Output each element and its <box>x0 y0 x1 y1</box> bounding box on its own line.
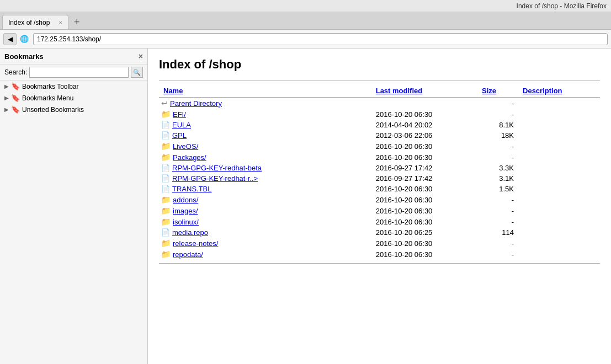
file-description-cell <box>518 227 600 238</box>
table-row: 📁 repodata/ 2016-10-20 06:30 - <box>159 249 600 260</box>
file-name-cell: 📁 LiveOS/ <box>159 141 371 152</box>
file-table: Name Last modified Size Description ↩ <box>159 84 600 260</box>
file-description-cell <box>518 173 600 184</box>
file-link[interactable]: release-notes/ <box>173 239 218 248</box>
table-row: ↩ Parent Directory - <box>159 98 600 109</box>
back-button[interactable]: ◀ <box>3 33 17 45</box>
file-icon-wrap: 📁 EFI/ <box>161 110 186 119</box>
file-size-cell: - <box>477 152 518 163</box>
table-row: 📁 images/ 2016-10-20 06:30 - <box>159 205 600 216</box>
file-name-cell: 📄 media.repo <box>159 227 371 238</box>
file-link[interactable]: media.repo <box>172 228 208 237</box>
table-row: 📄 TRANS.TBL 2016-10-20 06:30 1.5K <box>159 184 600 194</box>
active-tab[interactable]: Index of /shop × <box>2 15 68 29</box>
file-size-cell: 1.5K <box>477 184 518 194</box>
parent-dir-icon: ↩ <box>161 99 168 108</box>
file-name-cell: ↩ Parent Directory <box>159 98 371 109</box>
bookmark-menu-icon: 🔖 <box>11 94 20 102</box>
table-row: 📁 EFI/ 2016-10-20 06:30 - <box>159 109 600 120</box>
file-name-cell: 📁 EFI/ <box>159 109 371 120</box>
file-icon: 📄 <box>161 228 170 237</box>
file-description-cell <box>518 141 600 152</box>
file-link[interactable]: EFI/ <box>173 110 186 119</box>
main-layout: Bookmarks × Search: 🔍 ▶ 🔖 Bookmarks Tool… <box>0 49 611 364</box>
sidebar-search-input[interactable] <box>29 67 129 78</box>
file-modified-cell: 2016-10-20 06:30 <box>371 216 477 227</box>
folder-icon: 📁 <box>161 217 171 226</box>
addressbar: ◀ 🌐 <box>0 30 611 49</box>
sort-by-name-link[interactable]: Name <box>163 87 183 95</box>
sidebar-item-unsorted-bookmarks[interactable]: ▶ 🔖 Unsorted Bookmarks <box>0 104 147 115</box>
file-modified-cell: 2016-10-20 06:30 <box>371 194 477 205</box>
file-name-cell: 📄 GPL <box>159 130 371 141</box>
new-tab-button[interactable]: + <box>71 15 83 29</box>
sidebar-search-button[interactable]: 🔍 <box>131 67 143 78</box>
file-link[interactable]: isolinux/ <box>173 218 199 226</box>
sidebar-header: Bookmarks × <box>0 49 147 65</box>
bookmark-unsorted-icon: 🔖 <box>11 105 20 114</box>
file-description-cell <box>518 109 600 120</box>
col-header-modified: Last modified <box>371 84 477 98</box>
file-modified-cell <box>371 98 477 109</box>
file-icon-wrap: ↩ Parent Directory <box>161 99 222 108</box>
file-description-cell <box>518 205 600 216</box>
file-icon: 📄 <box>161 174 170 183</box>
folder-icon: 📁 <box>161 206 171 215</box>
file-modified-cell: 2012-03-06 22:06 <box>371 130 477 141</box>
file-icon-wrap: 📁 LiveOS/ <box>161 142 198 151</box>
file-size-cell: 3.1K <box>477 173 518 184</box>
expand-arrow-icon: ▶ <box>4 106 9 113</box>
file-link[interactable]: TRANS.TBL <box>172 185 212 193</box>
file-link[interactable]: images/ <box>173 207 198 215</box>
file-link[interactable]: Parent Directory <box>170 99 222 108</box>
file-name-cell: 📁 repodata/ <box>159 249 371 260</box>
table-row: 📄 GPL 2012-03-06 22:06 18K <box>159 130 600 141</box>
file-link[interactable]: LiveOS/ <box>173 142 198 151</box>
folder-icon: 📁 <box>161 153 171 162</box>
file-modified-cell: 2016-10-20 06:30 <box>371 141 477 152</box>
bookmark-toolbar-icon: 🔖 <box>11 82 20 90</box>
file-link[interactable]: RPM-GPG-KEY-redhat-r..> <box>172 174 258 183</box>
file-size-cell: 114 <box>477 227 518 238</box>
file-description-cell <box>518 249 600 260</box>
sort-by-modified-link[interactable]: Last modified <box>376 87 423 95</box>
file-size-cell: - <box>477 205 518 216</box>
sidebar-item-label: Bookmarks Menu <box>22 94 73 102</box>
back-arrow-icon: ◀ <box>8 35 13 43</box>
file-name-cell: 📁 Packages/ <box>159 152 371 163</box>
sidebar-item-bookmarks-toolbar[interactable]: ▶ 🔖 Bookmarks Toolbar <box>0 81 147 92</box>
top-divider <box>159 81 600 81</box>
file-description-cell <box>518 152 600 163</box>
file-link[interactable]: addons/ <box>173 196 198 204</box>
file-icon-wrap: 📄 RPM-GPG-KEY-redhat-r..> <box>161 174 258 183</box>
sidebar-close-button[interactable]: × <box>139 52 143 61</box>
file-modified-cell: 2016-09-27 17:42 <box>371 163 477 173</box>
expand-arrow-icon: ▶ <box>4 95 9 101</box>
sort-by-desc-link[interactable]: Description <box>523 87 562 95</box>
file-icon: 📄 <box>161 185 170 193</box>
file-link[interactable]: EULA <box>172 121 191 129</box>
sidebar-item-bookmarks-menu[interactable]: ▶ 🔖 Bookmarks Menu <box>0 92 147 104</box>
tab-close-button[interactable]: × <box>59 19 62 26</box>
file-icon-wrap: 📁 repodata/ <box>161 250 203 259</box>
sort-by-size-link[interactable]: Size <box>482 87 496 95</box>
file-name-cell: 📁 release-notes/ <box>159 238 371 249</box>
sidebar-item-label: Unsorted Bookmarks <box>22 106 84 114</box>
file-link[interactable]: RPM-GPG-KEY-redhat-beta <box>172 164 262 172</box>
file-name-cell: 📄 RPM-GPG-KEY-redhat-beta <box>159 163 371 173</box>
file-modified-cell: 2016-10-20 06:30 <box>371 109 477 120</box>
file-modified-cell: 2016-10-20 06:30 <box>371 152 477 163</box>
search-icon: 🔍 <box>133 69 141 76</box>
file-icon-wrap: 📁 release-notes/ <box>161 239 218 248</box>
table-row: 📁 release-notes/ 2016-10-20 06:30 - <box>159 238 600 249</box>
file-link[interactable]: repodata/ <box>173 250 203 259</box>
file-description-cell <box>518 120 600 130</box>
file-icon-wrap: 📁 isolinux/ <box>161 217 199 226</box>
file-link[interactable]: Packages/ <box>173 153 206 162</box>
table-row: 📄 RPM-GPG-KEY-redhat-r..> 2016-09-27 17:… <box>159 173 600 184</box>
table-row: 📄 media.repo 2016-10-20 06:25 114 <box>159 227 600 238</box>
file-description-cell <box>518 216 600 227</box>
url-bar[interactable] <box>33 33 608 45</box>
file-size-cell: - <box>477 194 518 205</box>
file-link[interactable]: GPL <box>172 131 187 140</box>
